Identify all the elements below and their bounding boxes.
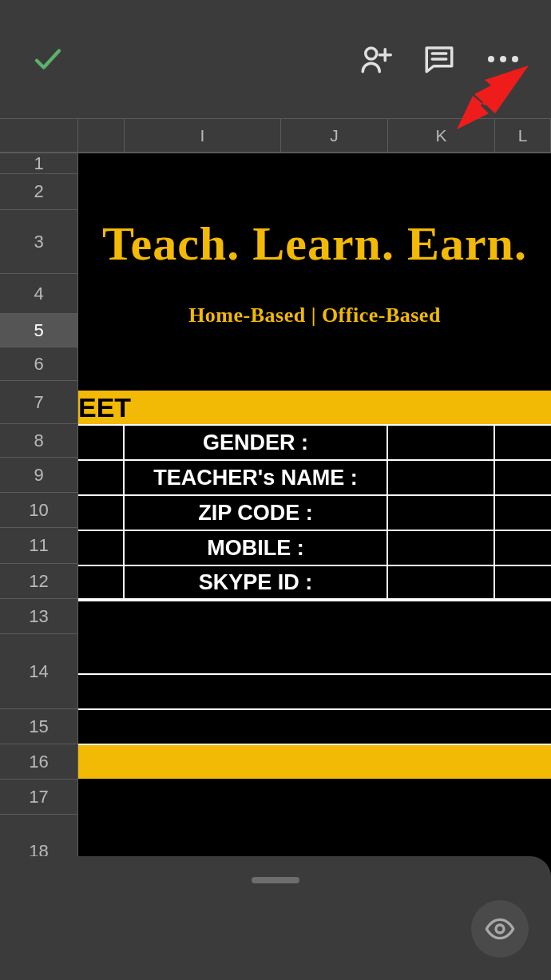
form-row-gender: GENDER :: [78, 424, 551, 459]
row-16-content[interactable]: [78, 708, 551, 744]
view-eye-icon[interactable]: [471, 900, 529, 958]
row-17-yellow[interactable]: [78, 744, 551, 779]
label-mobile: MOBILE :: [125, 531, 388, 565]
row-header-7[interactable]: 7: [0, 381, 78, 424]
form-row-skype: SKYPE ID :: [78, 565, 551, 600]
top-toolbar: [0, 0, 551, 118]
cell-l9[interactable]: [495, 426, 551, 459]
row-header-8[interactable]: 8: [0, 424, 78, 458]
banner-subline: Home-Based | Office-Based: [188, 304, 441, 327]
row-header-2[interactable]: 2: [0, 174, 78, 210]
svg-point-5: [496, 925, 504, 933]
cell-mobile-value[interactable]: [388, 531, 495, 565]
cell-h13[interactable]: [78, 566, 125, 598]
row-header-11[interactable]: 11: [0, 528, 78, 564]
title-bar: EET: [78, 391, 551, 424]
cell-skype-value[interactable]: [388, 566, 495, 598]
cell-h11[interactable]: [78, 496, 125, 530]
label-skype: SKYPE ID :: [125, 566, 388, 598]
column-header-h[interactable]: [78, 118, 125, 153]
label-zip: ZIP CODE :: [125, 496, 388, 530]
row-header-6[interactable]: 6: [0, 347, 78, 381]
form-row-teacher: TEACHER's NAME :: [78, 459, 551, 494]
row-header-15[interactable]: 15: [0, 709, 78, 744]
cell-l13[interactable]: [495, 566, 551, 598]
row-14-content[interactable]: [78, 600, 551, 673]
svg-point-0: [366, 48, 377, 59]
label-teacher: TEACHER's NAME :: [125, 461, 388, 494]
row-header-5[interactable]: 5: [0, 314, 78, 347]
column-headers: I J K L: [0, 118, 551, 153]
row-header-4[interactable]: 4: [0, 274, 78, 314]
column-header-j[interactable]: J: [281, 118, 388, 153]
row-header-9[interactable]: 9: [0, 458, 78, 493]
row-15-content[interactable]: [78, 673, 551, 708]
comment-icon[interactable]: [407, 27, 471, 91]
column-header-i[interactable]: I: [125, 118, 281, 153]
row-header-17[interactable]: 17: [0, 780, 78, 815]
cell-l10[interactable]: [495, 461, 551, 494]
cell-l11[interactable]: [495, 496, 551, 530]
row-header-12[interactable]: 12: [0, 564, 78, 599]
form-row-mobile: MOBILE :: [78, 530, 551, 565]
more-menu-icon[interactable]: [471, 27, 535, 91]
row-18-content[interactable]: [78, 779, 551, 852]
cell-teacher-value[interactable]: [388, 461, 495, 494]
share-person-add-icon[interactable]: [343, 27, 407, 91]
cell-h9[interactable]: [78, 426, 125, 459]
column-header-l[interactable]: L: [495, 118, 551, 153]
select-all-corner[interactable]: [0, 118, 78, 153]
label-gender: GENDER :: [125, 426, 388, 459]
sheet-content[interactable]: Teach. Learn. Earn. Home-Based | Office-…: [78, 153, 551, 888]
column-header-k[interactable]: K: [388, 118, 495, 153]
row-header-13[interactable]: 13: [0, 599, 78, 634]
row-header-14[interactable]: 14: [0, 634, 78, 709]
cell-h12[interactable]: [78, 531, 125, 565]
row-headers: 1 2 3 4 5 6 7 8 9 10 11 12 13 14 15 16 1…: [0, 153, 78, 888]
cell-l12[interactable]: [495, 531, 551, 565]
row-header-16[interactable]: 16: [0, 744, 78, 780]
accept-check-icon[interactable]: [16, 27, 80, 91]
sheet-body: 1 2 3 4 5 6 7 8 9 10 11 12 13 14 15 16 1…: [0, 153, 551, 888]
banner: Teach. Learn. Earn. Home-Based | Office-…: [78, 153, 551, 391]
bottom-sheet-bar[interactable]: [0, 856, 551, 980]
drag-handle[interactable]: [252, 877, 299, 883]
cell-zip-value[interactable]: [388, 496, 495, 530]
cell-gender-value[interactable]: [388, 426, 495, 459]
banner-headline: Teach. Learn. Earn.: [102, 216, 527, 272]
row-header-10[interactable]: 10: [0, 493, 78, 528]
row-header-3[interactable]: 3: [0, 210, 78, 274]
form-row-zip: ZIP CODE :: [78, 494, 551, 530]
row-header-1[interactable]: 1: [0, 153, 78, 174]
cell-h10[interactable]: [78, 461, 125, 494]
